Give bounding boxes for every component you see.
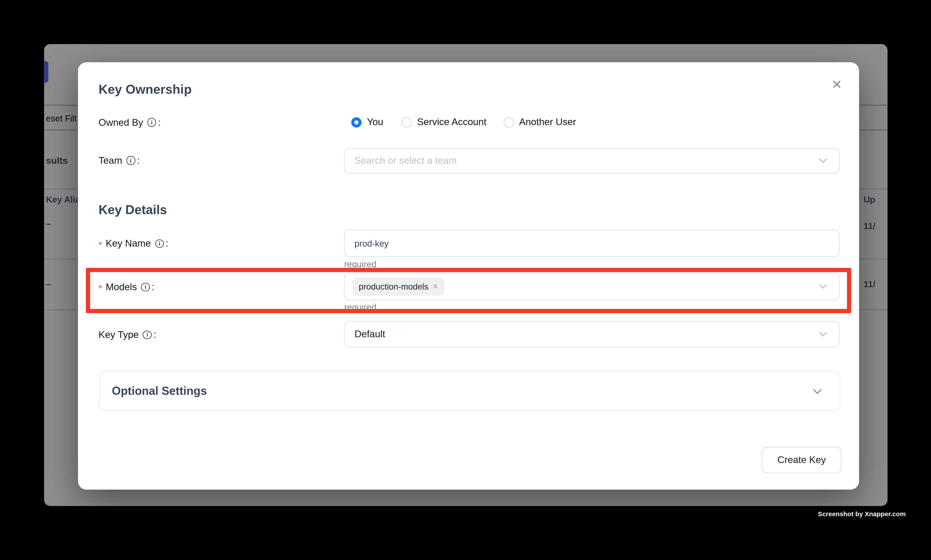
label-colon: : — [154, 329, 156, 340]
key-name-input[interactable]: prod-key — [344, 230, 840, 257]
info-icon[interactable]: i — [147, 118, 156, 127]
key-name-value: prod-key — [345, 238, 389, 248]
models-required-hint: required — [344, 302, 376, 312]
tag-remove-icon[interactable]: ✕ — [432, 282, 439, 291]
key-type-select[interactable]: Default — [344, 321, 840, 348]
key-ownership-modal: Key Ownership ✕ Owned By i : You Service… — [78, 62, 859, 489]
team-select-placeholder: Search or select a team — [345, 155, 457, 166]
model-tag-production-models: production-models ✕ — [353, 277, 445, 295]
key-type-label-text: Key Type — [98, 329, 138, 340]
close-icon[interactable]: ✕ — [828, 75, 846, 94]
radio-unselected-icon[interactable] — [402, 117, 412, 127]
radio-label: Another User — [519, 117, 576, 128]
info-icon[interactable]: i — [141, 283, 150, 291]
label-colon: : — [158, 117, 160, 128]
radio-unselected-icon[interactable] — [503, 117, 514, 127]
chevron-down-icon — [820, 329, 827, 337]
radio-option-another-user[interactable]: Another User — [503, 117, 576, 128]
radio-selected-icon[interactable] — [351, 117, 362, 127]
key-type-value: Default — [345, 329, 385, 340]
info-icon[interactable]: i — [126, 156, 135, 165]
key-name-required-hint: required — [344, 259, 376, 269]
models-select[interactable]: production-models ✕ — [344, 272, 840, 300]
team-label: Team i : — [98, 155, 140, 166]
model-tag-label: production-models — [359, 282, 428, 291]
radio-option-service-account[interactable]: Service Account — [402, 117, 486, 128]
chevron-down-icon — [820, 281, 827, 289]
team-select[interactable]: Search or select a team — [344, 148, 840, 174]
radio-label: You — [367, 117, 383, 128]
key-details-heading: Key Details — [98, 203, 167, 217]
key-type-label: Key Type i : — [98, 329, 156, 340]
radio-label: Service Account — [417, 117, 486, 128]
label-colon: : — [137, 155, 140, 166]
modal-title: Key Ownership — [98, 82, 192, 97]
models-label: * Models i : — [98, 282, 154, 292]
models-label-text: Models — [106, 282, 137, 292]
chevron-down-icon — [820, 155, 827, 163]
optional-settings-title: Optional Settings — [112, 385, 207, 398]
key-name-label: * Key Name i : — [98, 238, 168, 249]
info-icon[interactable]: i — [155, 239, 164, 248]
create-key-button[interactable]: Create Key — [762, 447, 842, 474]
stage: eset Filt sults Key Alia – – Up 11/ 11/ … — [0, 0, 931, 560]
key-name-label-text: Key Name — [106, 238, 151, 249]
label-colon: : — [152, 282, 154, 292]
owned-by-label: Owned By i : — [98, 117, 160, 128]
info-icon[interactable]: i — [143, 331, 152, 339]
owned-by-radio-group: You Service Account Another User — [351, 117, 576, 128]
optional-settings-expander[interactable]: Optional Settings — [99, 371, 840, 411]
required-asterisk: * — [98, 283, 102, 293]
required-asterisk: * — [98, 239, 102, 249]
owned-by-label-text: Owned By — [98, 117, 143, 128]
radio-option-you[interactable]: You — [351, 117, 383, 128]
label-colon: : — [166, 238, 168, 249]
chevron-down-icon — [813, 386, 822, 394]
watermark-text: Screenshot by Xnapper.com — [818, 510, 906, 517]
team-label-text: Team — [98, 155, 122, 166]
